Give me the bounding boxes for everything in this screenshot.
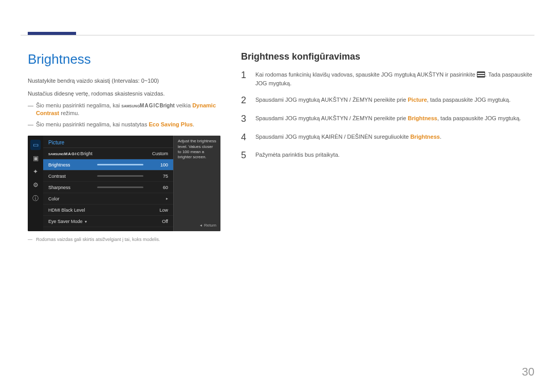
- step-4: 4 Spausdami JOG mygtuką KAIRĖN / DEŠINĖN…: [241, 133, 534, 143]
- intro-block: Nustatykite bendrą vaizdo skaistį (Inter…: [28, 77, 220, 98]
- note-2: ― Šio meniu pasirinkti negalima, kai nus…: [28, 121, 220, 128]
- chevron-down-icon: ▾: [85, 219, 87, 224]
- dash-icon: ―: [28, 102, 34, 118]
- step-number: 4: [241, 133, 249, 143]
- osd-row-value: 60: [147, 185, 168, 190]
- osd-row-brightness[interactable]: Brightness 100: [43, 159, 173, 171]
- step-text: Spausdami JOG mygtuką AUKŠTYN / ŽEMYN pe…: [255, 96, 510, 106]
- step-number: 1: [241, 70, 249, 87]
- osd-magic-prefix: MAGIC: [64, 152, 81, 156]
- osd-row-contrast[interactable]: Contrast 75: [43, 171, 173, 182]
- step-3: 3 Spausdami JOG mygtuką AUKŠTYN / ŽEMYN …: [241, 114, 534, 124]
- magic-bright-label: SAMSUNGMAGICBright: [121, 103, 175, 108]
- note-2-post: .: [193, 121, 194, 127]
- note-2-highlight: Eco Saving Plus: [149, 121, 193, 127]
- step-text: Kai rodomas funkcinių klavišų vadovas, s…: [255, 70, 534, 87]
- osd-row-color[interactable]: Color ▸: [43, 193, 173, 204]
- osd-row-value: Off: [147, 219, 168, 224]
- osd-row-value: ▸: [147, 196, 168, 201]
- osd-row-eye-saver[interactable]: Eye Saver Mode▾ Off: [43, 216, 173, 227]
- step-4-highlight: Brightness: [410, 134, 439, 140]
- osd-sidebar-info-icon[interactable]: ⓘ: [30, 193, 41, 203]
- osd-row-label: HDMI Black Level: [48, 208, 147, 213]
- osd-slider[interactable]: [97, 186, 143, 188]
- osd-row-label: Contrast: [48, 174, 97, 179]
- step-2-post: , tada paspauskite JOG mygtuką.: [427, 97, 511, 103]
- section-title: Brightness konfigūravimas: [241, 51, 534, 62]
- page-title: Brightness: [28, 51, 220, 67]
- magic-brand: SAMSUNG: [121, 104, 140, 108]
- osd-rows: SAMSUNGMAGICBright Custom Brightness 100: [43, 148, 173, 231]
- footnote: ― Rodomas vaizdas gali skirtis atsižvelg…: [28, 236, 220, 243]
- osd-row-label: SAMSUNGMAGICBright: [48, 151, 147, 156]
- note-2-text: Šio meniu pasirinkti negalima, kai nusta…: [36, 121, 194, 128]
- osd-magic-brand: SAMSUNG: [48, 153, 64, 156]
- dash-icon: ―: [28, 121, 34, 128]
- osd-row-value: Low: [147, 208, 168, 213]
- step-2-pre: Spausdami JOG mygtuką AUKŠTYN / ŽEMYN pe…: [255, 97, 408, 103]
- note-1-pre: Šio meniu pasirinkti negalima, kai: [36, 102, 121, 108]
- step-text: Spausdami JOG mygtuką AUKŠTYN / ŽEMYN pe…: [255, 114, 521, 124]
- step-4-pre: Spausdami JOG mygtuką KAIRĖN / DEŠINĖN s…: [255, 134, 410, 140]
- osd-row-label: Brightness: [48, 162, 97, 167]
- step-2-highlight: Picture: [408, 97, 427, 103]
- osd-sidebar: ▭ ▣ ✦ ⚙ ⓘ: [28, 136, 43, 231]
- step-3-post: , tada paspauskite JOG mygtuką.: [437, 115, 521, 121]
- footnote-text: Rodomas vaizdas gali skirtis atsižvelgia…: [36, 236, 160, 243]
- step-1: 1 Kai rodomas funkcinių klavišų vadovas,…: [241, 70, 534, 87]
- osd-help-text: Adjust the brightness level. Values clos…: [178, 139, 216, 160]
- dash-icon: ―: [28, 236, 34, 243]
- intro-line-2: Nustačius didesnę vertę, rodomas skaiste…: [28, 89, 220, 98]
- note-1-text: Šio meniu pasirinkti negalima, kai SAMSU…: [36, 102, 220, 118]
- horizontal-rule: [21, 35, 534, 35]
- osd-slider[interactable]: [97, 175, 143, 177]
- magic-main: MAGIC: [140, 103, 159, 108]
- osd-return-label[interactable]: Return: [178, 223, 216, 228]
- osd-main: Picture SAMSUNGMAGICBright Custom Bright…: [43, 136, 173, 231]
- note-1-mid: veikia: [175, 102, 192, 108]
- section-bar: [28, 32, 76, 35]
- osd-sidebar-screen-icon[interactable]: ▣: [30, 153, 41, 163]
- osd-row-value: 100: [147, 162, 168, 167]
- osd-row-label: Eye Saver Mode▾: [48, 219, 147, 224]
- step-text: Pažymėta parinktis bus pritaikyta.: [255, 151, 340, 161]
- osd-sidebar-settings-icon[interactable]: ⚙: [30, 180, 41, 190]
- osd-row-hdmi-black-level[interactable]: HDMI Black Level Low: [43, 204, 173, 216]
- note-2-pre: Šio meniu pasirinkti negalima, kai nusta…: [36, 121, 149, 127]
- osd-eye-saver-label: Eye Saver Mode: [48, 219, 83, 224]
- osd-row-value: Custom: [147, 151, 168, 156]
- osd-row-magicbright[interactable]: SAMSUNGMAGICBright Custom: [43, 148, 173, 159]
- osd-row-label: Sharpness: [48, 185, 97, 190]
- step-number: 2: [241, 96, 249, 106]
- step-3-highlight: Brightness: [408, 115, 437, 121]
- menu-icon: [477, 71, 485, 78]
- right-column: Brightness konfigūravimas 1 Kai rodomas …: [241, 51, 534, 377]
- osd-row-sharpness[interactable]: Sharpness 60: [43, 182, 173, 193]
- note-1-post: režimu.: [59, 110, 79, 116]
- osd-magic-label: Bright: [80, 151, 92, 156]
- step-3-pre: Spausdami JOG mygtuką AUKŠTYN / ŽEMYN pe…: [255, 115, 408, 121]
- osd-slider[interactable]: [97, 164, 143, 165]
- osd-panel: ▭ ▣ ✦ ⚙ ⓘ Picture SAMSUNGMAGICBright: [28, 136, 220, 231]
- magic-bright: Bright: [159, 103, 174, 108]
- left-column: Brightness Nustatykite bendrą vaizdo ska…: [28, 51, 220, 377]
- osd-row-label: Color: [48, 196, 147, 201]
- step-2: 2 Spausdami JOG mygtuką AUKŠTYN / ŽEMYN …: [241, 96, 534, 106]
- note-1: ― Šio meniu pasirinkti negalima, kai SAM…: [28, 102, 220, 118]
- osd-title: Picture: [43, 136, 173, 148]
- intro-line-1: Nustatykite bendrą vaizdo skaistį (Inter…: [28, 77, 220, 85]
- step-4-post: .: [440, 134, 441, 140]
- page-number: 30: [522, 365, 534, 379]
- osd-sidebar-picture-icon[interactable]: ▭: [30, 140, 41, 150]
- osd-sidebar-options-icon[interactable]: ✦: [30, 166, 41, 177]
- osd-row-value: 75: [147, 174, 168, 179]
- step-5: 5 Pažymėta parinktis bus pritaikyta.: [241, 151, 534, 161]
- osd-help-panel: Adjust the brightness level. Values clos…: [173, 136, 220, 231]
- step-1-pre: Kai rodomas funkcinių klavišų vadovas, s…: [255, 71, 477, 78]
- step-number: 3: [241, 114, 249, 124]
- step-text: Spausdami JOG mygtuką KAIRĖN / DEŠINĖN s…: [255, 133, 441, 143]
- step-number: 5: [241, 151, 249, 161]
